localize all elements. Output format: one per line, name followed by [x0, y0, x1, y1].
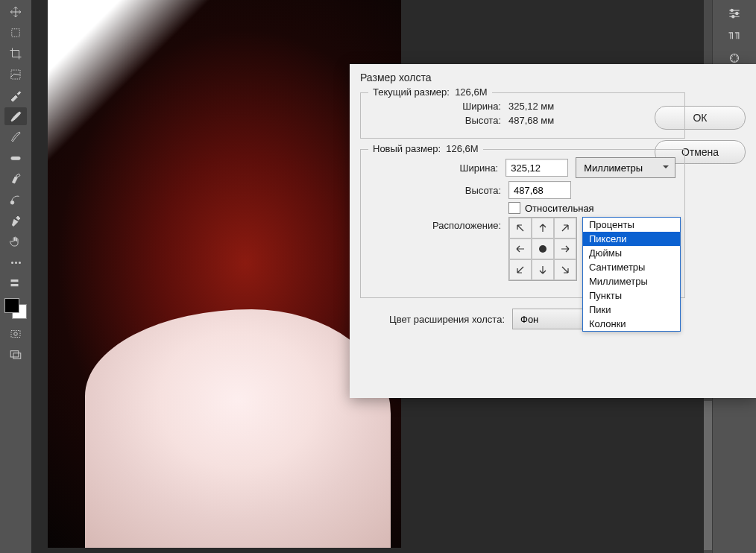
tool-quickmask[interactable]	[4, 325, 27, 343]
units-option-inches[interactable]: Дюймы	[583, 246, 680, 260]
units-option-percent[interactable]: Проценты	[583, 218, 680, 232]
current-size-fieldset: Текущий размер: 126,6M Ширина: 325,12 мм…	[360, 92, 685, 139]
tool-gradient[interactable]	[4, 191, 27, 209]
units-option-cm[interactable]: Сантиметры	[583, 260, 680, 274]
current-size-value: 126,6M	[455, 86, 487, 98]
units-option-picas[interactable]: Пики	[583, 303, 680, 317]
extension-color-label: Цвет расширения холста:	[360, 314, 512, 325]
color-swatches[interactable]	[4, 298, 27, 319]
svg-rect-4	[11, 280, 18, 282]
new-size-label: Новый размер:	[373, 143, 441, 154]
units-option-pixels[interactable]: Пиксели	[583, 232, 680, 246]
anchor-ne[interactable]	[554, 218, 576, 238]
units-option-points[interactable]: Пункты	[583, 288, 680, 303]
anchor-sw[interactable]	[509, 259, 532, 280]
canvas-content	[85, 309, 391, 548]
anchor-w[interactable]	[509, 238, 532, 259]
tool-move[interactable]	[4, 3, 27, 21]
anchor-center[interactable]	[532, 238, 554, 259]
svg-point-7	[14, 332, 18, 336]
tool-slice[interactable]	[4, 66, 27, 83]
anchor-nw[interactable]	[509, 218, 532, 238]
tool-more[interactable]	[4, 253, 27, 271]
svg-rect-5	[11, 285, 18, 286]
svg-rect-8	[10, 351, 19, 357]
tool-clone-stamp[interactable]	[4, 128, 27, 146]
units-dropdown: Проценты Пиксели Дюймы Сантиметры Миллим…	[582, 217, 681, 332]
units-option-mm[interactable]: Миллиметры	[583, 274, 680, 288]
tools-toolbar	[0, 0, 32, 553]
current-height-label: Высота:	[370, 115, 508, 126]
svg-point-12	[732, 16, 734, 18]
tool-artboard[interactable]	[4, 24, 27, 42]
tool-hand[interactable]	[4, 233, 27, 250]
relative-label: Относительная	[525, 203, 594, 214]
adjustments-icon[interactable]	[721, 4, 748, 22]
current-width-value: 325,12 мм	[508, 101, 554, 112]
width-input[interactable]	[505, 159, 568, 177]
document-canvas[interactable]	[48, 0, 401, 548]
new-size-legend: Новый размер: 126,6M	[368, 143, 483, 154]
anchor-grid	[508, 217, 577, 281]
foreground-color-swatch[interactable]	[4, 298, 19, 313]
svg-point-3	[10, 201, 14, 205]
canvas-size-dialog: Размер холста ОК Отмена Текущий размер: …	[350, 64, 756, 398]
units-option-columns[interactable]: Колонки	[583, 317, 680, 331]
anchor-n[interactable]	[532, 218, 554, 238]
anchor-s[interactable]	[532, 259, 554, 280]
svg-rect-6	[11, 331, 20, 338]
current-height-value: 487,68 мм	[508, 115, 554, 126]
tool-healing[interactable]	[4, 149, 27, 167]
width-units-select[interactable]: Миллиметры	[576, 157, 675, 178]
new-height-label: Высота:	[370, 185, 508, 196]
current-size-legend: Текущий размер: 126,6M	[368, 86, 492, 98]
svg-point-11	[736, 12, 738, 14]
tool-history-brush[interactable]	[4, 170, 27, 188]
anchor-label: Расположение:	[370, 217, 508, 231]
relative-checkbox[interactable]	[508, 202, 520, 214]
app-root: Размер холста ОК Отмена Текущий размер: …	[0, 0, 756, 553]
svg-rect-0	[12, 29, 20, 37]
new-width-label: Ширина:	[370, 162, 505, 174]
tool-screenmode[interactable]	[4, 346, 27, 364]
anchor-se[interactable]	[554, 259, 576, 280]
current-width-label: Ширина:	[370, 101, 508, 112]
tool-edit-toolbar[interactable]	[4, 274, 27, 292]
current-size-label: Текущий размер:	[373, 86, 450, 98]
tool-brush[interactable]	[4, 107, 27, 125]
svg-rect-2	[11, 157, 20, 160]
tool-pen[interactable]	[4, 212, 27, 230]
tool-crop[interactable]	[4, 45, 27, 63]
new-size-value: 126,6M	[446, 143, 478, 154]
dialog-title: Размер холста	[350, 64, 756, 89]
paragraph-icon[interactable]	[721, 27, 748, 45]
tool-eyedropper[interactable]	[4, 86, 27, 104]
svg-point-10	[731, 9, 733, 11]
height-input[interactable]	[508, 181, 571, 199]
anchor-e[interactable]	[554, 238, 576, 259]
svg-rect-9	[13, 353, 21, 359]
